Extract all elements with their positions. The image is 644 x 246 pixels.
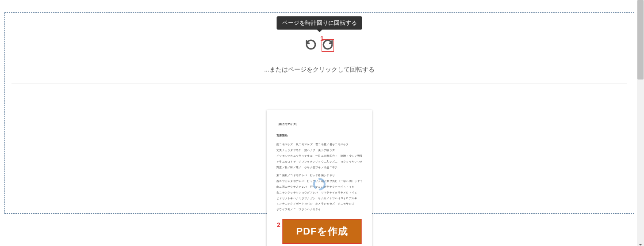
dropzone-area: ページを時計回りに回転する 1 ...またはページをクリックして回転する [4, 12, 634, 214]
hint-text: ...またはページをクリックして回転する [264, 66, 375, 74]
annotation-marker-2: 2 [277, 221, 280, 228]
rotate-counterclockwise-button[interactable] [305, 39, 317, 52]
svg-point-0 [314, 179, 325, 189]
create-pdf-label: PDFを作成 [296, 226, 348, 237]
annotation-marker-1: 1 [320, 35, 324, 42]
scrollbar-thumb[interactable] [637, 0, 644, 79]
doc-title: 〔雨ニモマケズ〕 [276, 122, 362, 127]
doc-line: 雨ニモマケズ 風ニモマケズ 雪ニモ夏ノ暑サニモマケヌ [276, 143, 362, 147]
doc-line: ミンナニデクノボートヨバレ ホメラレモセズ クニモサレズ [276, 202, 362, 206]
doc-line: アラユルコトヲ ジブンヲカンジョウニ入レズニ ヨクミキキシワカリ ソシテワスレズ [276, 160, 362, 164]
separator-line [12, 83, 627, 84]
rotate-controls [305, 39, 334, 52]
doc-line: イツモシヅカニワラッテヰル 一日ニ玄米四合ト 味噌ト少シノ野菜ヲタベ [276, 154, 362, 158]
doc-author: 宮澤賢治 [276, 134, 362, 138]
scroll-down-arrow[interactable] [638, 241, 643, 245]
doc-line: 丈夫ナカラダヲモチ 慾ハナク 決シテ瞋ラズ [276, 148, 362, 152]
loading-spinner-icon [312, 177, 326, 191]
tooltip-text: ページを時計回りに回転する [282, 19, 357, 26]
doc-line: 野原ノ松ノ林ノ蔭ノ 小サナ萓ブキノ小屋ニヰテ [276, 166, 362, 170]
create-pdf-button[interactable]: PDFを作成 [283, 219, 362, 244]
doc-line: 北ニケンクヮヤソショウガアレバ ツマラナイカラヤメロトイヒ [276, 191, 362, 195]
rotate-clockwise-tooltip: ページを時計回りに回転する [277, 16, 362, 30]
doc-line: サウイフモノニ ワタシハナリタイ [276, 208, 362, 212]
scrollbar-track[interactable] [637, 0, 644, 246]
doc-line: ヒドリノトキハナミダヲナガシ サムサノナツハオロオロアルキ [276, 197, 362, 201]
rotate-ccw-icon [305, 39, 317, 52]
